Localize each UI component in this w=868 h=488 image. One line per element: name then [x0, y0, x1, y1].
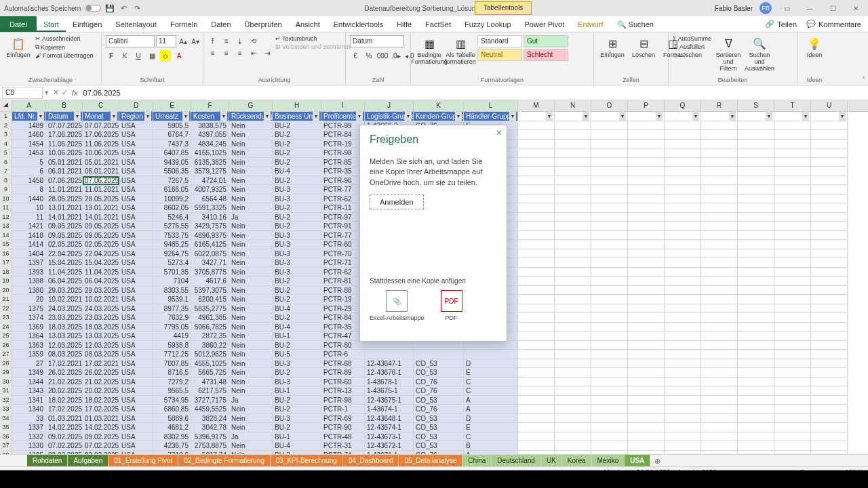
- cell[interactable]: Nein: [229, 295, 273, 304]
- cell[interactable]: 1343: [12, 386, 46, 396]
- col-header-T[interactable]: T: [774, 100, 811, 111]
- cell[interactable]: 6200,415: [191, 295, 229, 304]
- cell[interactable]: BU-3: [273, 185, 321, 195]
- cell[interactable]: CO_76: [414, 405, 464, 414]
- tab-hilfe[interactable]: Hilfe: [390, 16, 418, 32]
- cell[interactable]: USA: [119, 331, 153, 341]
- cell[interactable]: USA: [119, 249, 153, 259]
- cell[interactable]: PCTR-81: [321, 277, 365, 286]
- cell[interactable]: Nein: [229, 140, 273, 149]
- cell[interactable]: BU-3: [273, 195, 321, 204]
- cell[interactable]: 3727,7175: [191, 396, 229, 405]
- user-avatar[interactable]: FB: [760, 2, 772, 14]
- cell[interactable]: PCTR-70: [321, 249, 365, 259]
- cell[interactable]: BU-4: [273, 323, 321, 332]
- cell[interactable]: Nein: [229, 185, 273, 195]
- tab-file[interactable]: Datei: [0, 16, 37, 32]
- cell[interactable]: CO_53: [414, 414, 464, 424]
- cell[interactable]: 10.02.2021: [83, 295, 119, 304]
- sheet-tab-mexiko[interactable]: Mexiko: [592, 455, 625, 466]
- sort-filter-button[interactable]: ᐁSortieren und Filtern: [714, 35, 743, 73]
- cell[interactable]: 1450: [12, 176, 46, 186]
- row-header[interactable]: 16: [0, 249, 12, 259]
- cell[interactable]: Nein: [229, 423, 273, 432]
- cell[interactable]: 01.03.2021: [83, 414, 119, 424]
- cell[interactable]: E: [464, 368, 518, 378]
- cell[interactable]: 7632,9: [153, 313, 191, 323]
- border-icon[interactable]: ▦: [146, 50, 157, 61]
- cell[interactable]: 06.04.2025: [83, 277, 119, 286]
- cell[interactable]: 33: [12, 414, 46, 424]
- cell[interactable]: 4961,385: [191, 313, 229, 323]
- cell[interactable]: 1460: [12, 130, 46, 140]
- col-header-O[interactable]: O: [591, 100, 628, 111]
- cell[interactable]: 2753,8875: [191, 441, 229, 451]
- cell[interactable]: 1363: [12, 341, 46, 350]
- cell[interactable]: [464, 350, 518, 359]
- cell[interactable]: CO_53: [414, 441, 464, 451]
- row-header[interactable]: 10: [0, 195, 12, 204]
- cell[interactable]: USA: [119, 286, 153, 296]
- cell[interactable]: BU-1: [273, 386, 321, 396]
- row-header[interactable]: 6: [0, 158, 12, 167]
- cell[interactable]: PCTR-1: [321, 405, 365, 414]
- cell[interactable]: 01.03.2021: [46, 414, 83, 424]
- cell[interactable]: USA: [119, 378, 153, 387]
- tab-ueberpruefen[interactable]: Überprüfen: [238, 16, 289, 32]
- cell[interactable]: 5246,4: [153, 213, 191, 222]
- cell[interactable]: 24.03.2025: [83, 304, 119, 314]
- row-header[interactable]: 37: [0, 441, 12, 451]
- cell[interactable]: 3042,78: [191, 423, 229, 432]
- cell[interactable]: 8: [12, 185, 46, 195]
- sheet-tab-detail[interactable]: 05_Detailanalyse: [399, 455, 462, 466]
- tab-daten[interactable]: Daten: [204, 16, 237, 32]
- cell[interactable]: 05.01.2021: [83, 158, 119, 167]
- cell[interactable]: BU-1: [273, 331, 321, 341]
- cell[interactable]: 11.04.2025: [46, 268, 83, 277]
- cell[interactable]: 17.02.2021: [46, 359, 83, 369]
- cell[interactable]: BU-4: [273, 441, 321, 451]
- cell[interactable]: 14.02.2025: [46, 423, 83, 432]
- cell[interactable]: Nein: [229, 405, 273, 414]
- cell[interactable]: 11.01.2021: [83, 185, 119, 195]
- col-header-K[interactable]: K: [414, 100, 464, 111]
- cell[interactable]: 20.02.2025: [83, 386, 119, 396]
- cell[interactable]: 4896,9375: [191, 231, 229, 241]
- cell[interactable]: 1369: [12, 323, 46, 332]
- cell[interactable]: 09.05.2025: [83, 222, 119, 231]
- row-header[interactable]: 36: [0, 432, 12, 442]
- cell[interactable]: D: [464, 359, 518, 369]
- cell[interactable]: Nein: [229, 130, 273, 140]
- cell[interactable]: BU-3: [273, 249, 321, 259]
- cell[interactable]: 1-43678-1: [365, 378, 414, 387]
- cell[interactable]: PCTR-69: [321, 414, 365, 424]
- cell[interactable]: 17.06.2025: [46, 130, 83, 140]
- cell[interactable]: PCTR-35: [321, 167, 365, 176]
- autosum-button[interactable]: Σ AutoSumme: [673, 35, 711, 42]
- cell[interactable]: USA: [119, 341, 153, 350]
- cell[interactable]: BU-3: [273, 231, 321, 241]
- cell[interactable]: Nein: [229, 350, 273, 359]
- cell[interactable]: C: [464, 432, 518, 442]
- style-schlecht[interactable]: Schlecht: [524, 49, 568, 61]
- cell[interactable]: 5734,95: [153, 396, 191, 405]
- cell[interactable]: [414, 341, 464, 350]
- cell[interactable]: 6: [12, 167, 46, 176]
- cell[interactable]: BU-3: [273, 359, 321, 369]
- cell[interactable]: 11.06.2025: [46, 140, 83, 149]
- redo-icon[interactable]: ↷: [132, 3, 142, 13]
- table-header-cell[interactable]: Monat: [83, 112, 119, 121]
- cell[interactable]: BU-3: [273, 240, 321, 249]
- tab-search[interactable]: 🔍 Suchen: [610, 16, 660, 32]
- cell[interactable]: 2872,35: [191, 331, 229, 341]
- cell[interactable]: CO_53: [414, 359, 464, 369]
- cell[interactable]: BU-2: [273, 295, 321, 304]
- cell[interactable]: PCTR-47: [321, 331, 365, 341]
- sheet-tab-kpi[interactable]: 03_KPI-Berechnung: [271, 455, 343, 466]
- style-gut[interactable]: Gut: [524, 35, 568, 47]
- row-header[interactable]: 34: [0, 414, 12, 424]
- save-icon[interactable]: 💾: [105, 3, 115, 13]
- cell[interactable]: 1359: [12, 350, 46, 359]
- cell[interactable]: 07.06.2025: [46, 176, 83, 186]
- underline-icon[interactable]: U: [133, 50, 144, 61]
